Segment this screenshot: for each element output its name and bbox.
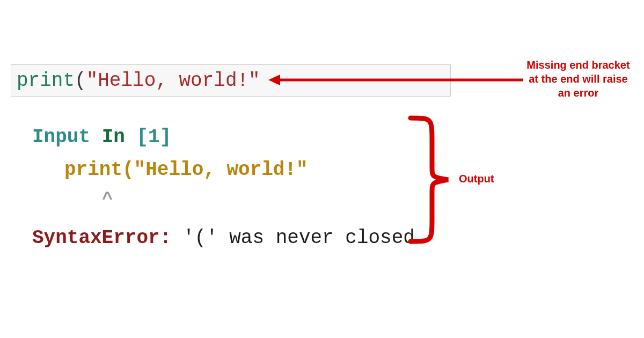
output-error-line: SyntaxError: '(' was never closed (32, 222, 415, 254)
output-input-word: Input (32, 126, 90, 148)
output-caret-marker: ^ (32, 184, 415, 215)
output-in-word: In (102, 126, 125, 148)
output-error-name: SyntaxError: (32, 227, 171, 249)
curly-brace-icon (405, 115, 453, 244)
annotation-missing-bracket: Missing end bracket at the end will rais… (523, 58, 633, 100)
svg-marker-1 (268, 75, 280, 85)
code-open-paren: ( (75, 70, 86, 92)
annotation-output-label: Output (459, 173, 494, 185)
arrow-icon (268, 72, 523, 88)
output-cell-number: [1] (136, 126, 171, 148)
output-error-message: '(' was never closed (171, 227, 415, 249)
output-input-marker: Input In [1] (32, 121, 415, 153)
code-string-literal: "Hello, world!" (86, 70, 260, 92)
code-fn-name: print (17, 70, 75, 92)
output-block: Input In [1] print("Hello, world!" ^ Syn… (32, 121, 415, 254)
output-echo-line: print("Hello, world!" (32, 153, 415, 186)
